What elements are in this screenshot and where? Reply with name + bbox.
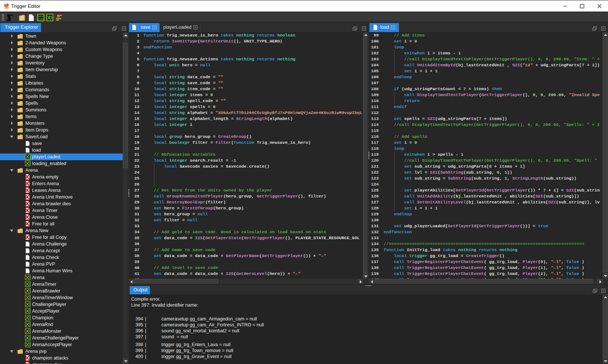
svg-text:0101: 0101: [38, 18, 44, 21]
svg-text:1010: 1010: [38, 15, 44, 18]
